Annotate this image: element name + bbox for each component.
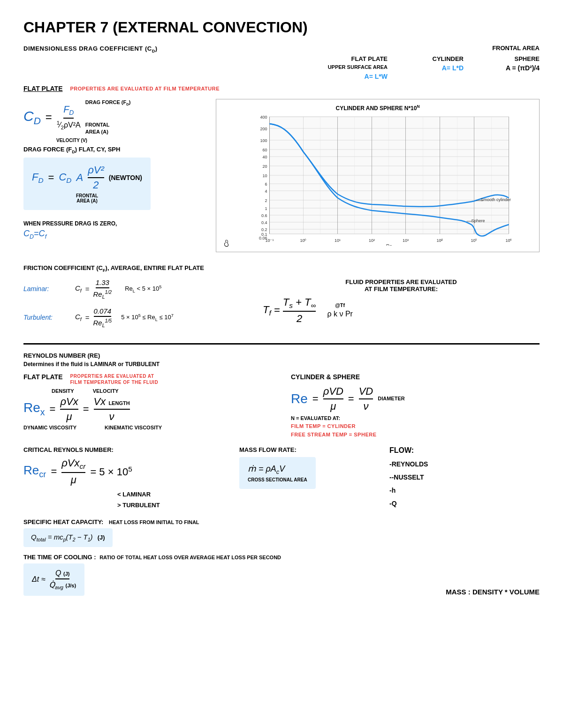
svg-text:20: 20 — [262, 164, 267, 169]
laminar-label: < LAMINAR — [117, 489, 221, 500]
rex-frac2: Vx LENGTH ν — [94, 396, 130, 423]
re-cs-formula: Re = ρVD μ = VD ν DIAMETER — [291, 385, 540, 413]
time-cooling-section: THE TIME OF COOLING : RATIO OF TOTAL HEA… — [23, 554, 540, 596]
rex-denom1: μ — [67, 410, 72, 423]
time-cooling-subtitle: RATIO OF TOTAL HEAT LOSS OVER AVERAGE HE… — [99, 555, 281, 560]
fluid-props-title: FLUID PROPERTIES ARE EVALUATED — [263, 278, 540, 285]
rex-num2: Vx LENGTH — [94, 396, 130, 410]
svg-text:40: 40 — [262, 155, 267, 159]
tf-num: Ts + T∞ — [283, 296, 316, 312]
laminar-frac: 1.33 ReL1/2 — [93, 278, 112, 300]
re-cs-num2: VD — [359, 385, 373, 399]
chart-inner: CD — [221, 114, 534, 247]
mass-flow-title: MASS FLOW RATE: — [239, 446, 371, 453]
fd-equals: = — [48, 172, 54, 184]
re-cr-equals: = — [51, 465, 57, 478]
re-cs-num1: ρVD — [323, 385, 343, 399]
cylinder-col: CYLINDER — [388, 55, 464, 62]
reynolds-cs-title: CYLINDER & SPHERE — [291, 373, 540, 381]
free-stream-label: FREE STREAM TEMP = SPHERE — [291, 431, 540, 439]
diameter-label-cs: DIAMETER — [378, 395, 404, 403]
cd-fraction: FD 1⁄2ρV²A — [57, 104, 81, 131]
svg-text:10¹: 10¹ — [335, 238, 341, 243]
time-cooling-header: THE TIME OF COOLING : RATIO OF TOTAL HEA… — [23, 554, 540, 561]
drag-coefficient-title: DIMENSIONLESS DRAG COEFFICIENT (Cd) — [23, 45, 158, 53]
diameter-label: DIAMETER — [378, 396, 404, 401]
svg-text:Re: Re — [386, 244, 392, 246]
svg-text:4: 4 — [265, 189, 267, 194]
laminar-turbulent-labels: < LAMINAR > TURBULENT — [117, 489, 221, 511]
svg-text:0.6: 0.6 — [261, 213, 267, 218]
y-axis-label: CD — [221, 114, 230, 247]
newton-label: (NEWTON) — [109, 174, 142, 181]
rex-denom2: ν — [109, 410, 114, 423]
delta-t-symbol: Δt ≈ — [32, 575, 45, 584]
tf-formula: Tf = Ts + T∞ 2 — [263, 296, 316, 325]
tf-denom: 2 — [297, 312, 302, 325]
svg-text:10²: 10² — [369, 238, 375, 243]
rex-formula: Rex = ρVx μ = Vx LENGTH ν — [23, 396, 272, 423]
reynolds-title: REYNOLDS NUMBER (Re) — [23, 352, 540, 359]
reynolds-cylinder-sphere: CYLINDER & SPHERE Re = ρVD μ = VD ν DIAM… — [291, 373, 540, 439]
flow-item-q: -Q — [389, 497, 540, 510]
evaluated-label: ν = EVALUATED AT: — [291, 414, 540, 423]
rex-num1: ρVx — [60, 396, 78, 410]
flat-area: A= L*W — [312, 73, 388, 80]
mass-density-label: MASS : DENSITY * VOLUME — [446, 588, 540, 596]
lam-denom: ReL1/2 — [93, 288, 112, 300]
chart-title: CYLINDER AND SPHERE N*10n — [221, 104, 534, 112]
delta-t-num: Q (J) — [55, 569, 69, 579]
laminar-condition: ReL < 5 × 105 — [125, 285, 161, 293]
delta-t-frac: Q (J) Q̇avg (J/s) — [49, 569, 76, 590]
at-tf-label: @Tf — [327, 302, 352, 308]
density-velocity-labels: DENSITY VELOCITY — [52, 388, 272, 394]
re-cs-denom2: ν — [363, 399, 368, 413]
re-cs-denom1: μ — [330, 399, 336, 413]
reynolds-flat-plate: FLAT PLATE PROPERTIES ARE EVALUATED AT F… — [23, 373, 272, 439]
rex-equals: = — [50, 403, 56, 415]
lam-num: 1.33 — [96, 278, 109, 288]
re-cs-equals2: = — [348, 393, 354, 405]
chart-svg-wrapper: 400 200 100 60 40 20 10 6 4 2 1 0.6 — [230, 114, 534, 247]
tf-fraction: Ts + T∞ 2 — [283, 296, 316, 325]
fd-rho-v-frac: ρV² 2 — [88, 164, 104, 191]
equals-t: = — [85, 314, 90, 322]
sphere-label: Sphere — [472, 218, 485, 223]
fd-cd: CD — [59, 171, 71, 185]
delta-t-denom: Q̇avg (J/s) — [49, 579, 76, 590]
laminar-formula: Cf = 1.33 ReL1/2 ReL < 5 × 105 — [75, 278, 161, 300]
cf-symbol: Cf — [75, 284, 82, 293]
drag-force-title: DRAG FORCE (Fd) FLAT, CY, SPH — [23, 146, 202, 154]
frontal-area-a-label: FRONTALAREA (A) — [32, 193, 142, 203]
cylinder-area: A= L*D — [388, 63, 464, 72]
reynolds-bottom-labels: DYNAMIC VISCOSITY KINEMATIC VISCOSITY — [23, 425, 272, 430]
friction-content: Laminar: Cf = 1.33 ReL1/2 ReL < 5 × 105 … — [23, 278, 540, 336]
svg-text:60: 60 — [262, 148, 267, 152]
equals: = — [85, 285, 90, 293]
re-cr-frac: ρVxcr μ — [61, 457, 85, 486]
delta-t-formula: Δt ≈ Q (J) Q̇avg (J/s) — [23, 563, 84, 596]
header-row: DIMENSIONLESS DRAG COEFFICIENT (Cd) FRON… — [23, 45, 540, 80]
tf-symbol: Tf — [263, 304, 271, 315]
turb-denom: ReL1/5 — [93, 317, 112, 328]
re-cr-symbol: Recr — [23, 463, 46, 480]
flow-item-h: -h — [389, 484, 540, 497]
turbulent-condition: 5 × 105 ≤ ReL ≤ 107 — [121, 313, 174, 322]
cross-section-label: CROSS SECTIONAL AREA — [248, 477, 307, 482]
tf-equals: = — [274, 304, 283, 315]
svg-text:10⁻¹: 10⁻¹ — [265, 238, 274, 243]
svg-text:0.2: 0.2 — [261, 227, 267, 232]
friction-section: FRICTION COEFFICIENT (Cf), AVERAGE, ENTI… — [23, 260, 540, 336]
svg-text:1: 1 — [265, 206, 267, 211]
turbulent-label: > TURBULENT — [117, 500, 221, 510]
fd-formula-inner: FD = CD A ρV² 2 (NEWTON) — [32, 164, 142, 191]
chapter-title: CHAPTER 7 (EXTERNAL CONVECTION) — [23, 19, 540, 36]
cd-formula-row: CD = FD 1⁄2ρV²A DRAG FORCE (FD) FRONTALA… — [23, 99, 202, 136]
rex-equals2: = — [83, 403, 89, 415]
reynolds-flat-header: FLAT PLATE PROPERTIES ARE EVALUATED AT F… — [23, 373, 272, 385]
reynolds-fp-title: FLAT PLATE — [23, 373, 62, 381]
smooth-cylinder-label: Smooth cylinder — [481, 197, 511, 202]
velocity-label: VELOCITY (V) — [56, 138, 202, 143]
friction-title: FRICTION COEFFICIENT (Cf), AVERAGE, ENTI… — [23, 264, 540, 273]
time-cooling-bottom: Δt ≈ Q (J) Q̇avg (J/s) MASS : DENSITY * … — [23, 563, 540, 596]
